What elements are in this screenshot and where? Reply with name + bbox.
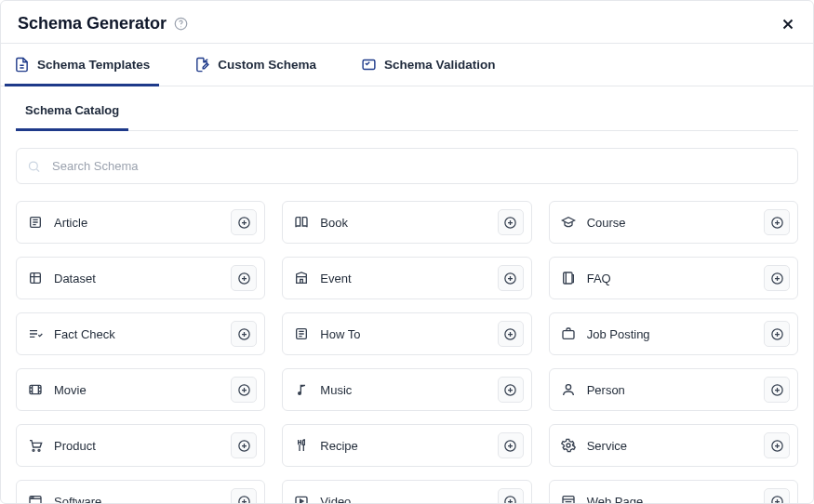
svg-point-30 <box>32 497 33 498</box>
schema-card-course[interactable]: Course <box>549 201 798 244</box>
schema-card-software[interactable]: Software <box>16 480 265 503</box>
close-button[interactable] <box>780 16 796 33</box>
plus-circle-icon <box>770 327 784 341</box>
validation-icon <box>361 57 377 73</box>
file-icon <box>14 57 30 73</box>
subtabs: Schema Catalog <box>16 86 798 131</box>
schema-card-label: Event <box>320 272 351 285</box>
add-schema-button[interactable] <box>498 321 524 347</box>
file-edit-icon <box>194 57 210 73</box>
add-schema-button[interactable] <box>764 377 790 403</box>
subtab-label: Schema Catalog <box>25 103 119 117</box>
plus-circle-icon <box>237 439 251 453</box>
schema-card-label: Service <box>587 439 627 453</box>
plus-circle-icon <box>770 495 784 504</box>
plus-circle-icon <box>770 272 784 285</box>
schema-card-label: Job Posting <box>587 327 650 341</box>
add-schema-button[interactable] <box>764 321 790 347</box>
jobposting-icon <box>561 326 578 341</box>
schema-card-person[interactable]: Person <box>549 368 798 411</box>
plus-circle-icon <box>503 216 517 230</box>
add-schema-button[interactable] <box>231 265 257 291</box>
schema-card-faq[interactable]: FAQ <box>549 257 798 299</box>
schema-card-web-page[interactable]: Web Page <box>549 480 798 503</box>
plus-circle-icon <box>503 495 517 504</box>
add-schema-button[interactable] <box>498 265 524 291</box>
add-schema-button[interactable] <box>231 432 257 458</box>
add-schema-button[interactable] <box>498 209 524 235</box>
svg-rect-11 <box>563 272 571 284</box>
help-icon[interactable] <box>174 17 188 31</box>
header: Schema Generator <box>1 1 813 43</box>
add-schema-button[interactable] <box>498 377 524 403</box>
page-title: Schema Generator <box>18 14 167 33</box>
plus-circle-icon <box>503 327 517 341</box>
add-schema-button[interactable] <box>231 488 257 503</box>
plus-circle-icon <box>237 216 251 230</box>
plus-circle-icon <box>503 272 517 285</box>
service-icon <box>561 438 578 453</box>
schema-card-music[interactable]: Music <box>282 368 531 411</box>
schema-card-recipe[interactable]: Recipe <box>282 424 531 467</box>
plus-circle-icon <box>503 383 517 397</box>
music-icon <box>294 382 311 397</box>
search-input[interactable] <box>16 148 798 184</box>
schema-card-label: FAQ <box>587 272 611 285</box>
add-schema-button[interactable] <box>764 265 790 291</box>
plus-circle-icon <box>237 383 251 397</box>
add-schema-button[interactable] <box>764 488 790 503</box>
article-icon <box>28 215 45 230</box>
course-icon <box>561 215 578 230</box>
close-icon <box>780 16 796 33</box>
schema-card-event[interactable]: Event <box>282 257 531 299</box>
svg-point-31 <box>33 497 33 498</box>
webpage-icon <box>561 494 578 503</box>
faq-icon <box>561 271 578 285</box>
add-schema-button[interactable] <box>764 209 790 235</box>
schema-card-movie[interactable]: Movie <box>16 368 265 411</box>
svg-rect-2 <box>363 60 375 70</box>
tab-custom-schema[interactable]: Custom Schema <box>185 44 326 86</box>
recipe-icon <box>294 438 311 453</box>
software-icon <box>28 494 45 503</box>
add-schema-button[interactable] <box>498 488 524 503</box>
schema-card-service[interactable]: Service <box>549 424 798 467</box>
svg-point-27 <box>567 444 570 447</box>
add-schema-button[interactable] <box>498 432 524 458</box>
person-icon <box>561 382 578 397</box>
schema-card-label: Music <box>320 383 352 397</box>
plus-circle-icon <box>237 327 251 341</box>
event-icon <box>294 271 311 285</box>
svg-point-24 <box>38 449 40 451</box>
schema-card-dataset[interactable]: Dataset <box>16 257 265 299</box>
plus-circle-icon <box>770 439 784 453</box>
dataset-icon <box>28 271 45 285</box>
video-icon <box>294 494 311 503</box>
search-wrap <box>16 148 798 184</box>
subtab-schema-catalog[interactable]: Schema Catalog <box>16 86 128 130</box>
schema-card-label: Article <box>54 216 87 230</box>
add-schema-button[interactable] <box>231 321 257 347</box>
product-icon <box>28 438 45 453</box>
howto-icon <box>294 326 311 341</box>
schema-card-article[interactable]: Article <box>16 201 265 244</box>
schema-card-label: Dataset <box>54 272 96 285</box>
tab-schema-validation[interactable]: Schema Validation <box>352 44 504 86</box>
schema-card-video[interactable]: Video <box>282 480 531 503</box>
schema-card-label: Fact Check <box>54 327 115 341</box>
tab-schema-templates[interactable]: Schema Templates <box>5 44 159 86</box>
schema-card-label: Web Page <box>587 495 643 504</box>
plus-circle-icon <box>770 216 784 230</box>
add-schema-button[interactable] <box>231 209 257 235</box>
schema-card-fact-check[interactable]: Fact Check <box>16 312 265 355</box>
schema-card-label: Person <box>587 383 625 397</box>
add-schema-button[interactable] <box>764 432 790 458</box>
schema-card-how-to[interactable]: How To <box>282 312 531 355</box>
schema-card-job-posting[interactable]: Job Posting <box>549 312 798 355</box>
schema-card-book[interactable]: Book <box>282 201 531 244</box>
add-schema-button[interactable] <box>231 377 257 403</box>
tab-label: Schema Validation <box>384 58 495 72</box>
schema-card-product[interactable]: Product <box>16 424 265 467</box>
plus-circle-icon <box>503 439 517 453</box>
svg-rect-8 <box>31 273 41 284</box>
